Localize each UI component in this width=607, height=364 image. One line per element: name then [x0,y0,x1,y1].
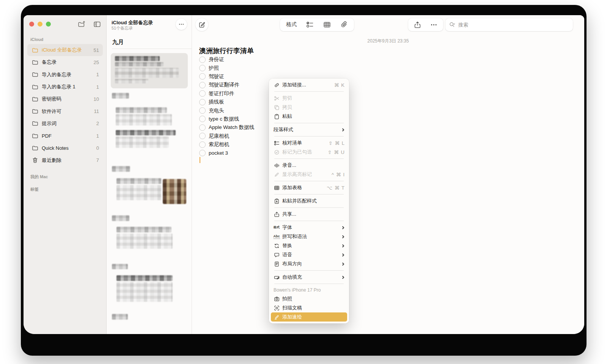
menu-item-checklist[interactable]: 核对清单⇧ ⌘ L [271,138,347,147]
minimize-button[interactable] [38,22,42,27]
format-button[interactable]: 格式 [286,21,297,28]
share-button[interactable] [414,21,421,28]
checkbox-circle[interactable] [199,141,206,148]
checklist-toolbar-button[interactable] [306,21,314,28]
menu-item-label: 添加速绘 [282,314,345,320]
highlight-icon [274,172,280,177]
close-button[interactable] [29,22,34,27]
sidebar-item-count: 0 [96,145,99,151]
folder-icon [32,120,38,127]
menu-item-substitutions[interactable]: 替换 [271,241,347,250]
replace-icon [274,243,280,249]
sidebar-item-label: 密钥密码 [42,96,90,102]
checkbox-circle[interactable] [199,90,206,97]
waveform-icon [274,163,280,168]
sidebar-item-keys-passwords[interactable]: 密钥密码10 [27,93,103,105]
menu-item-mark-checked[interactable]: 标记为已勾选⇧ ⌘ U [271,147,347,157]
menu-item-add-link[interactable]: 添加链接...⌘ K [271,80,347,89]
checkbox-circle[interactable] [199,99,206,105]
sidebar-item-notes[interactable]: 备忘录25 [27,56,103,68]
menu-item-cut[interactable]: 剪切 [271,94,347,103]
speech-icon [274,252,280,258]
menu-divider [274,270,344,271]
menu-item-add-sketch[interactable]: 添加速绘 [271,312,347,322]
table-toolbar-button[interactable] [323,21,331,28]
new-folder-button[interactable] [78,20,85,28]
sidebar-item-imported-notes-1[interactable]: 导入的备忘录 11 [27,81,103,93]
search-field[interactable] [445,18,573,31]
new-note-button[interactable] [195,18,208,31]
sidebar-item-imported-notes[interactable]: 导入的备忘录1 [27,69,103,81]
redacted-note-preview [116,136,169,148]
checklist-item: 索尼相机 [199,140,254,149]
sidebar-item-recently-deleted[interactable]: 最近删除7 [27,154,103,166]
menu-divider [274,194,344,195]
menu-item-paste[interactable]: 粘贴 [271,112,347,121]
checkbox-circle[interactable] [199,107,206,114]
menu-item-paste-match-style[interactable]: 粘贴并匹配样式 [271,196,347,206]
copy-icon [274,105,280,110]
checklist-item-label: pocket 3 [209,150,228,156]
menu-item-show-highlights[interactable]: 显示高亮标记^ ⌘ I [271,170,347,179]
checklist-item: Apple Watch 数据线 [199,123,254,132]
menu-item-speech[interactable]: 语音 [271,250,347,259]
checklist-item: 护照 [199,64,254,72]
redacted-note-preview [112,314,128,320]
menu-item-layout-direction[interactable]: 布局方向 [271,259,347,268]
menu-item-scan-documents[interactable]: 扫描文稿 [271,303,347,312]
more-button[interactable] [430,21,437,28]
sidebar-section-label: 我的 Mac [24,172,106,182]
menu-item-autofill[interactable]: 自动填充 [271,273,347,282]
sidebar-item-prompts[interactable]: 提示词2 [27,118,103,130]
folder-icon [32,47,38,53]
menu-shortcut: ^ ⌘ I [332,172,345,177]
sidebar-item-label: iCloud 全部备忘录 [42,47,90,53]
checkbox-circle[interactable] [199,133,206,139]
menu-item-record-audio[interactable]: 录音... [271,161,347,170]
zoom-button[interactable] [46,22,51,27]
sidebar-item-label: Quick Notes [42,145,93,151]
notes-list-more-button[interactable] [176,19,187,30]
share-icon [274,212,280,217]
window-controls [29,22,51,27]
abc-icon: Abc [274,235,280,239]
menu-item-font[interactable]: 格式字体 [271,223,347,232]
checklist-item-label: type c 数据线 [209,116,239,122]
checkbox-circle[interactable] [199,150,206,156]
sidebar-item-count: 1 [96,84,99,90]
menu-item-paragraph-style[interactable]: 段落样式 [271,125,347,134]
sidebar-item-pdf[interactable]: PDF1 [27,130,103,142]
sidebar-item-quick-notes[interactable]: Quick Notes0 [27,142,103,154]
checkbox-circle[interactable] [199,124,206,131]
menu-item-label: 核对清单 [282,140,326,146]
redacted-note-thumbnail [163,179,186,204]
scissors-icon [274,96,280,101]
checkbox-circle[interactable] [199,56,206,63]
checklist-item-label: 驾驶证翻译件 [209,82,239,88]
redacted-note-preview [112,264,128,269]
menu-item-share[interactable]: 共享... [271,210,347,219]
menu-item-take-photo[interactable]: 拍照 [271,294,347,303]
checkbox-circle[interactable] [199,82,206,88]
menu-item-add-table[interactable]: 添加表格⌥ ⌘ T [271,183,347,192]
checklist-item-label: Apple Watch 数据线 [209,124,254,131]
note-checklist: 身份证护照驾驶证驾驶证翻译件签证打印件插线板充电头type c 数据线Apple… [199,55,254,157]
sidebar-item-all-icloud-notes[interactable]: iCloud 全部备忘录51 [27,44,103,56]
paste-style-icon [274,198,280,204]
scan-icon [274,305,280,311]
format-mini-icon: 格式 [274,226,280,229]
checkbox-circle[interactable] [199,65,206,71]
checkbox-circle[interactable] [199,116,206,122]
menu-item-copy[interactable]: 拷贝 [271,103,347,112]
menu-item-spelling-grammar[interactable]: Abc拼写和语法 [271,232,347,241]
sidebar-item-count: 51 [94,47,99,53]
sidebar-item-software-licenses[interactable]: 软件许可11 [27,105,103,117]
checklist-item: 签证打印件 [199,89,254,98]
search-input[interactable] [458,22,557,28]
toggle-sidebar-button[interactable] [93,20,101,28]
attachment-toolbar-button[interactable] [340,21,348,28]
menu-shortcut: ⌥ ⌘ T [327,185,345,191]
sidebar: iCloudiCloud 全部备忘录51备忘录25导入的备忘录1导入的备忘录 1… [24,15,107,334]
menu-item-label: 自动填充 [282,274,339,281]
checkbox-circle[interactable] [199,73,206,80]
